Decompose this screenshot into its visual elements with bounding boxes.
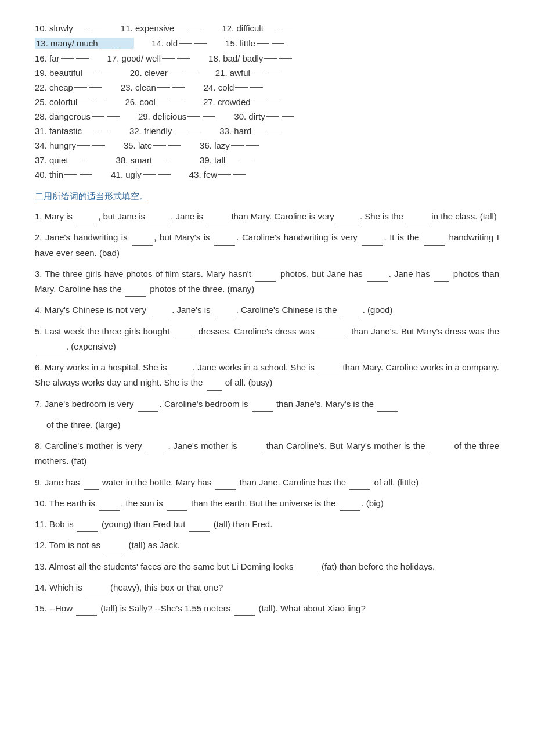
- blank-3-3: [434, 281, 449, 282]
- blank-7-1: [138, 411, 158, 412]
- word-item-15: 15. little: [225, 38, 286, 49]
- word-row-3: 16. far 17. good/ well 18. bad/ badly: [35, 53, 499, 63]
- blank-6-1: [171, 375, 192, 375]
- sentence-3: 3. The three girls have photos of film s…: [35, 267, 499, 297]
- sentence-8: 8. Caroline's mother is very . Jane's mo…: [35, 438, 499, 469]
- word-item-31: 31. fantastic: [35, 126, 112, 136]
- sentence-11: 11. Bob is (young) than Fred but (tall) …: [35, 517, 499, 532]
- word-item-35: 35. late: [124, 141, 182, 150]
- word-row-1: 10. slowly 11. expensive 12. difficult: [35, 23, 499, 33]
- blank-1-3: [207, 224, 228, 224]
- word-row-4: 19. beautiful 20. clever 21. awful: [35, 68, 499, 78]
- word-item-37: 37. quiet: [35, 155, 99, 165]
- word-row-11: 40. thin 41. ugly 43. few: [35, 170, 499, 179]
- blank-2-1: [132, 245, 153, 246]
- sentence-10: 10. The earth is , the sun is than the e…: [35, 496, 499, 511]
- sentence-4: 4. Mary's Chinese is not very . Jane's i…: [35, 303, 499, 318]
- word-item-16: 16. far: [35, 53, 90, 63]
- word-item-23: 23. clean: [121, 82, 186, 92]
- word-row-10: 37. quiet 38. smart 39. tall: [35, 155, 499, 165]
- word-item-34: 34. hungry: [35, 141, 106, 150]
- word-item-38: 38. smart: [116, 155, 183, 165]
- blank-4-3: [341, 318, 362, 318]
- word-row-9: 34. hungry 35. late 36. lazy: [35, 141, 499, 150]
- sentence-6: 6. Mary works in a hospital. She is . Ja…: [35, 360, 499, 391]
- blank-2-3: [362, 245, 383, 246]
- word-item-25: 25. colorful: [35, 97, 107, 107]
- sentence-2: 2. Jane's handwriting is , but Mary's is…: [35, 230, 499, 261]
- word-item-19: 19. beautiful: [35, 68, 113, 78]
- word-item-24: 24. cold: [204, 82, 265, 92]
- blank-6-2: [318, 375, 339, 375]
- blank-2-2: [214, 245, 235, 246]
- blank-1-5: [407, 224, 428, 224]
- section-two: 1. Mary is , but Jane is . Jane is than …: [35, 209, 499, 616]
- word-item-21: 21. awful: [215, 68, 280, 78]
- blank-13-1: [297, 574, 318, 574]
- sentence-14: 14. Which is (heavy), this box or that o…: [35, 580, 499, 595]
- sentence-1: 1. Mary is , but Jane is . Jane is than …: [35, 209, 499, 224]
- blank-15-1: [76, 615, 97, 616]
- blank-15-2: [234, 615, 255, 616]
- word-item-29: 29. delicious: [138, 111, 217, 121]
- sentence-15: 15. --How (tall) is Sally? --She's 1.55 …: [35, 601, 499, 616]
- word-item-26: 26. cool: [125, 97, 186, 107]
- blank-10-1: [99, 510, 120, 511]
- blank-4-2: [214, 318, 235, 318]
- blank-3-1: [255, 281, 276, 282]
- section-one: 10. slowly 11. expensive 12. difficult 1…: [35, 23, 499, 179]
- word-item-30: 30. dirty: [234, 111, 295, 121]
- word-item-17: 17. good/ well: [107, 53, 192, 63]
- blank-12-1: [104, 553, 125, 553]
- blank-8-2: [241, 453, 262, 453]
- blank-8-1: [146, 453, 167, 453]
- word-row-7: 28. dangerous 29. delicious 30. dirty: [35, 111, 499, 121]
- blank-9-1: [84, 489, 99, 490]
- word-item-27: 27. crowded: [203, 97, 281, 107]
- blank-4-1: [150, 318, 171, 318]
- blank-3-4: [125, 296, 146, 297]
- word-item-12: 12. difficult: [222, 23, 293, 33]
- word-row-6: 25. colorful 26. cool 27. crowded: [35, 97, 499, 107]
- blank-1-2: [149, 224, 169, 224]
- word-item-36: 36. lazy: [200, 141, 260, 150]
- word-item-32: 32. friendly: [129, 126, 202, 136]
- word-item-39: 39. tall: [200, 155, 255, 165]
- sentence-5: 5. Last week the three girls bought dres…: [35, 324, 499, 355]
- blank-2-4: [424, 245, 445, 246]
- section-two-header: 二用所给词的适当形式填空。: [35, 191, 499, 202]
- sentence-13: 13. Almost all the students' faces are t…: [35, 559, 499, 574]
- word-row-2: 13. many/ much 14. old 15. little: [35, 38, 499, 49]
- word-item-10: 10. slowly: [35, 23, 103, 33]
- word-row-5: 22. cheap 23. clean 24. cold: [35, 82, 499, 92]
- blank-5-3: [36, 354, 65, 354]
- word-item-20: 20. clever: [130, 68, 198, 78]
- blank-10-2: [167, 510, 187, 511]
- blank-14-1: [86, 595, 107, 595]
- word-item-11: 11. expensive: [121, 23, 205, 33]
- blank-5-2: [319, 339, 348, 339]
- blank-1-4: [338, 224, 359, 224]
- word-item-40: 40. thin: [35, 170, 93, 179]
- word-row-8: 31. fantastic 32. friendly 33. hard: [35, 126, 499, 136]
- word-item-33: 33. hard: [219, 126, 282, 136]
- word-item-14: 14. old: [151, 38, 208, 49]
- word-item-28: 28. dangerous: [35, 111, 121, 121]
- blank-3-2: [367, 281, 388, 282]
- word-item-43: 43. few: [189, 170, 247, 179]
- word-item-22: 22. cheap: [35, 82, 103, 92]
- word-item-41: 41. ugly: [111, 170, 172, 179]
- sentence-7b: of the three. (large): [35, 417, 499, 433]
- blank-1-1: [76, 224, 97, 224]
- sentence-7: 7. Jane's bedroom is very . Caroline's b…: [35, 397, 499, 412]
- blank-5-1: [174, 339, 194, 339]
- blank-8-3: [430, 453, 450, 453]
- word-item-13: 13. many/ much: [35, 38, 134, 49]
- blank-11-1: [77, 531, 98, 532]
- blank-7-2: [252, 411, 273, 412]
- sentence-9: 9. Jane has water in the bottle. Mary ha…: [35, 475, 499, 490]
- word-item-18: 18. bad/ badly: [208, 53, 293, 63]
- blank-10-3: [340, 510, 360, 511]
- blank-11-2: [189, 531, 210, 532]
- blank-6-3: [207, 390, 222, 391]
